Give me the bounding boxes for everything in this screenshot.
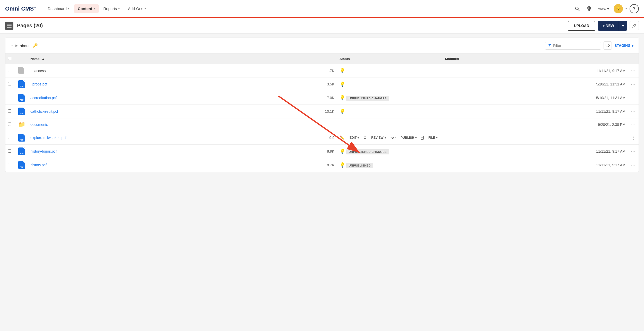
file-link[interactable]: history-logos.pcf <box>30 149 57 153</box>
row-modified-cell: 11/11/21, 9:17 AM <box>443 64 628 77</box>
avatar[interactable]: 😊 <box>614 4 623 13</box>
row-status-cell: 💡 UNPUBLISHED <box>337 158 443 172</box>
th-file-icon <box>16 54 28 64</box>
more-actions-button[interactable]: ··· <box>631 95 635 100</box>
nav-item-content[interactable]: Content ▾ <box>74 4 99 13</box>
location-icon[interactable] <box>584 4 594 13</box>
file-link[interactable]: accreditation.pcf <box>30 96 57 100</box>
filter-input-wrap[interactable] <box>545 42 601 50</box>
home-icon[interactable]: ⌂ <box>11 43 13 48</box>
doc-file-icon <box>18 67 24 74</box>
row-checkbox[interactable] <box>8 136 11 139</box>
file-link[interactable]: documents <box>30 123 48 127</box>
row-checkbox-cell <box>5 105 16 118</box>
row-name-cell: accreditation.pcf <box>28 91 316 105</box>
status-light-icon: 💡 <box>340 95 345 100</box>
folder-toggle-button[interactable] <box>5 22 13 30</box>
publish-a-icon: "A" <box>391 136 396 140</box>
filter-input[interactable] <box>553 43 598 48</box>
more-actions-button[interactable]: ··· <box>631 68 635 73</box>
th-name[interactable]: Name ▲ <box>28 54 316 64</box>
row-file-icon-cell: PCF <box>16 77 28 91</box>
pcf-file-icon: PCF <box>18 134 25 142</box>
status-badge: UNPUBLISHED CHANGES <box>346 96 389 101</box>
more-actions-button[interactable]: ··· <box>631 82 635 87</box>
review-button[interactable]: REVIEW ▾ <box>369 135 388 141</box>
sub-header: Pages (20) UPLOAD + NEW ▾ <box>0 18 644 33</box>
nav-item-dashboard[interactable]: Dashboard ▾ <box>44 4 73 13</box>
file-button[interactable]: FILE ▾ <box>426 135 440 141</box>
sort-asc-icon: ▲ <box>41 57 45 61</box>
row-actions-cell: ··· <box>628 118 639 131</box>
row-checkbox[interactable] <box>8 109 11 113</box>
publish-button[interactable]: PUBLISH ▾ <box>398 135 419 141</box>
nav-item-reports[interactable]: Reports ▾ <box>100 4 123 13</box>
row-actions-cell: ··· <box>628 91 639 105</box>
row-size-cell: 8.7K <box>316 158 337 172</box>
file-link[interactable]: explore-milwaukee.pcf <box>30 136 66 140</box>
pcf-file-icon: PCF <box>18 80 25 88</box>
chevron-down-icon: ▾ <box>607 7 609 11</box>
breadcrumb-bar: ⌂ ▶ about 🔑 STAGING ▾ <box>5 38 639 54</box>
row-checkbox[interactable] <box>8 123 11 126</box>
row-checkbox[interactable] <box>8 82 11 85</box>
table-row: PCFaccreditation.pcf7.0K💡 UNPUBLISHED CH… <box>5 91 639 105</box>
select-all-checkbox[interactable] <box>8 57 11 60</box>
new-button-dropdown[interactable]: ▾ <box>619 21 627 30</box>
tag-button[interactable] <box>604 41 612 50</box>
status-badge: UNPUBLISHED <box>346 163 373 168</box>
upload-button[interactable]: UPLOAD <box>568 21 595 31</box>
table-row: 📁documents9/20/21, 2:38 PM··· <box>5 118 639 131</box>
table-row: PCF_props.pcf3.5K💡5/10/21, 11:31 AM··· <box>5 77 639 91</box>
search-icon[interactable] <box>573 4 582 13</box>
file-link[interactable]: _props.pcf <box>30 82 47 86</box>
row-file-icon-cell: 📁 <box>16 118 28 131</box>
file-link[interactable]: history.pcf <box>30 163 47 167</box>
row-modified-cell: 11/11/21, 9:17 AM <box>443 158 628 172</box>
row-modified-cell: 5/10/21, 11:31 AM <box>443 91 628 105</box>
row-checkbox[interactable] <box>8 69 11 72</box>
top-nav: Omni CMS™ Dashboard ▾ Content ▾ Reports … <box>0 0 644 18</box>
row-checkbox[interactable] <box>8 149 11 153</box>
row-modified-cell: 11/11/21, 9:17 AM <box>443 105 628 118</box>
row-checkbox-cell <box>5 131 16 145</box>
edit-pencil-icon[interactable]: ✏️ <box>340 135 344 140</box>
th-status: Status <box>337 54 443 64</box>
chevron-down-icon: ▾ <box>415 136 417 139</box>
more-actions-button[interactable]: ··· <box>631 162 635 168</box>
more-actions-button[interactable]: ··· <box>631 149 635 154</box>
more-actions-button[interactable]: ··· <box>631 109 635 114</box>
svg-line-1 <box>578 10 579 11</box>
edit-button[interactable]: EDIT ▾ <box>347 135 361 141</box>
sub-header-actions: UPLOAD + NEW ▾ <box>568 21 639 31</box>
row-status-cell <box>337 118 443 131</box>
row-action-bar: ✏️ EDIT ▾ REVIEW ▾ "A" PUBLISH ▾ FILE ▾ <box>340 135 440 141</box>
more-actions-button[interactable]: ⋮ <box>631 135 636 141</box>
row-file-icon-cell: PCF <box>16 145 28 158</box>
table-wrapper: Name ▲ Status Modified <box>5 54 639 172</box>
file-manager-box: ⌂ ▶ about 🔑 STAGING ▾ <box>5 38 639 172</box>
row-checkbox[interactable] <box>8 163 11 166</box>
row-checkbox-cell <box>5 158 16 172</box>
key-icon[interactable]: 🔑 <box>33 43 38 48</box>
table-body: .htaccess1.7K💡11/11/21, 9:17 AM···PCF_pr… <box>5 64 639 172</box>
help-icon[interactable]: ? <box>630 4 639 13</box>
main-content: ⌂ ▶ about 🔑 STAGING ▾ <box>0 33 644 176</box>
row-checkbox-cell <box>5 91 16 105</box>
file-link[interactable]: catholic-jesuit.pcf <box>30 109 58 114</box>
new-button-main[interactable]: + NEW <box>598 21 619 30</box>
new-button[interactable]: + NEW ▾ <box>598 21 627 31</box>
review-icon <box>363 136 367 140</box>
www-selector[interactable]: www ▾ <box>596 6 611 12</box>
row-actions-cell: ··· <box>628 145 639 158</box>
nav-item-addons[interactable]: Add-Ons ▾ <box>124 4 150 13</box>
more-actions-button[interactable]: ··· <box>631 122 635 127</box>
row-checkbox[interactable] <box>8 96 11 99</box>
row-actions-cell: ··· <box>628 105 639 118</box>
chevron-down-icon: ▾ <box>385 136 386 139</box>
pcf-file-icon: PCF <box>18 94 25 102</box>
staging-selector[interactable]: STAGING ▾ <box>614 43 633 48</box>
chevron-down-icon: ▾ <box>632 43 633 48</box>
customize-button[interactable] <box>630 21 639 30</box>
row-size-cell: 9.9 <box>316 131 337 145</box>
